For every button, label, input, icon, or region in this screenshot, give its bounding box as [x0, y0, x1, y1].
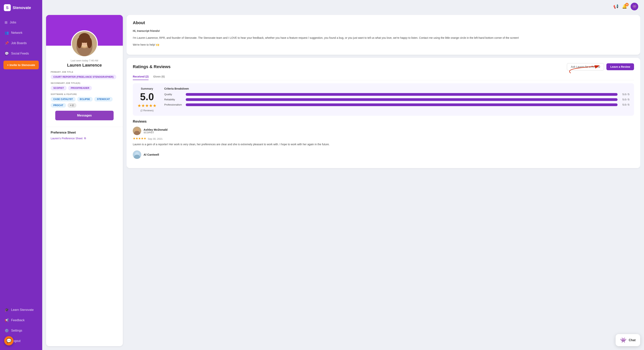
secondary-job-tag-0: SCOPIST: [51, 86, 66, 90]
sidebar-item-settings[interactable]: ⚙️ Settings: [0, 326, 42, 336]
summary-left: Summary 5.0 ★★★★★ (2 Reviews): [138, 87, 156, 112]
ratings-actions: Ask Lauren for a Review Leave a Review: [567, 63, 634, 70]
messages-button[interactable]: Messages: [55, 111, 114, 120]
sidebar-item-label: Settings: [11, 329, 22, 332]
ratings-header: Ratings & Reviews Ask Lauren for a Revie…: [133, 63, 634, 70]
sidebar-item-feedback[interactable]: 📢 Feedback: [0, 315, 42, 326]
right-panel: About Hi, transcript friends! I'm Lauren…: [127, 15, 640, 346]
reviews-title: Reviews: [133, 120, 634, 124]
sidebar-item-jobs[interactable]: ⊞ Jobs: [0, 17, 42, 28]
software-label: SOFTWARE & FEATURE: [51, 93, 118, 95]
primary-job-tags: COURT REPORTER (FREELANCE STENOGRAPHER): [51, 75, 118, 79]
criteria-name-professionalism: Professionalism: [164, 103, 184, 106]
review-count: (2 Reviews): [138, 109, 156, 112]
invite-button[interactable]: + Invite to Stenovate: [4, 61, 39, 69]
megaphone-icon[interactable]: 📢: [613, 4, 618, 9]
preference-title: Preference Sheet: [51, 131, 118, 134]
notifications-icon[interactable]: 🔔 32: [622, 4, 627, 9]
tab-given[interactable]: Given (6): [153, 74, 165, 80]
criteria-score-quality: 5.0 / 5: [620, 93, 630, 96]
preference-link[interactable]: Lauren's Preference Sheet ⧉: [51, 136, 118, 140]
primary-job-tag: COURT REPORTER (FREELANCE STENOGRAPHER): [51, 75, 116, 79]
profile-name: Lauren Lawrence: [51, 63, 118, 68]
profile-banner: [46, 15, 123, 46]
tabs-row: Received (2) Given (6): [133, 74, 634, 80]
profile-avatar: [71, 30, 98, 57]
header: 📢 🔔 32 👾: [42, 0, 644, 13]
secondary-job-tag-1: PROOFREADER: [68, 86, 92, 90]
sidebar-item-learn[interactable]: 🎓 Learn Stenovate: [0, 305, 42, 315]
ask-review-button[interactable]: Ask Lauren for a Review: [567, 63, 604, 70]
reviewer-role-0: SCOPIST: [144, 131, 168, 134]
criteria-bar-wrap-quality: [186, 93, 618, 96]
software-tag-3: PROCAT: [51, 103, 66, 108]
learn-icon: 🎓: [4, 308, 9, 312]
sidebar-logo: S Stenovate: [0, 0, 42, 15]
software-tags: CASE CATALYST ECLIPSE STENOCAT PROCAT + …: [51, 97, 118, 108]
secondary-job-tags: SCOPIST PROOFREADER: [51, 86, 118, 90]
software-tag-2: STENOCAT: [94, 97, 113, 102]
sidebar-item-network[interactable]: 👥 Network: [0, 28, 42, 38]
about-paragraph3: We're here to help! 🙌: [133, 42, 634, 47]
about-card: About Hi, transcript friends! I'm Lauren…: [127, 15, 640, 55]
about-text: Hi, transcript friends! I'm Lauren Lawre…: [133, 29, 634, 47]
review-item-1: Al Cantwell: [133, 150, 634, 159]
leave-review-button[interactable]: Leave a Review: [606, 63, 634, 70]
criteria-row-quality: Quality 5.0 / 5: [164, 93, 630, 96]
sidebar-item-label: Social Feeds: [11, 52, 29, 55]
summary-stars: ★★★★★: [138, 103, 156, 108]
software-tag-1: ECLIPSE: [77, 97, 93, 102]
svg-point-6: [87, 38, 92, 48]
criteria-row-reliability: Reliability 5.0 / 5: [164, 98, 630, 101]
copy-icon: ⧉: [84, 136, 86, 140]
about-title: About: [133, 20, 634, 25]
chat-fab[interactable]: 💬: [4, 336, 14, 346]
review-text-0: Lauren is a gem of a reporter! Her work …: [133, 142, 634, 146]
reviewer-row-0: Ashley McDonald SCOPIST: [133, 127, 634, 135]
reviewer-info-1: Al Cantwell: [144, 153, 159, 156]
criteria-score-reliability: 5.0 / 5: [620, 98, 630, 101]
review-item-0: Ashley McDonald SCOPIST ★★★★★ Sep 30, 20…: [133, 127, 634, 146]
reviewer-info-0: Ashley McDonald SCOPIST: [144, 128, 168, 134]
software-tag-plus: + 2: [68, 103, 76, 108]
reviewer-name-0: Ashley McDonald: [144, 128, 168, 131]
nav-items: ⊞ Jobs 👥 Network 📌 Job Boards 💬 Social F…: [0, 15, 42, 303]
sidebar: S Stenovate ⊞ Jobs 👥 Network 📌 Job Board…: [0, 0, 42, 350]
chat-bubble[interactable]: 👾 Chat: [616, 334, 640, 346]
job-boards-icon: 📌: [4, 41, 9, 45]
review-stars-0: ★★★★★: [133, 136, 146, 140]
preference-section: Preference Sheet Lauren's Preference She…: [46, 127, 123, 144]
criteria-row-professionalism: Professionalism 5.0 / 5: [164, 103, 630, 106]
notification-badge: 32: [625, 3, 629, 6]
sidebar-item-job-boards[interactable]: 📌 Job Boards: [0, 38, 42, 48]
criteria-title: Criteria Breakdown: [164, 87, 630, 90]
secondary-job-label: SECONDARY JOB TITLE(S): [51, 82, 118, 84]
criteria-bar-quality: [186, 93, 618, 96]
tab-received[interactable]: Received (2): [133, 74, 148, 80]
sidebar-item-label: Job Boards: [11, 42, 27, 45]
about-paragraph2: I'm Lauren Lawrence, RPR, and founder of…: [133, 36, 634, 40]
criteria-name-quality: Quality: [164, 93, 184, 96]
criteria-bar-professionalism: [186, 104, 618, 106]
sidebar-item-label: Jobs: [10, 21, 16, 24]
logo-box: S: [4, 4, 11, 11]
summary-score: 5.0: [138, 92, 156, 102]
criteria-score-professionalism: 5.0 / 5: [620, 103, 630, 106]
reviewer-row-1: Al Cantwell: [133, 150, 634, 159]
invite-label: + Invite to Stenovate: [7, 63, 35, 66]
chat-label: Chat: [629, 338, 636, 342]
primary-job-label: PRIMARY JOB TITLE: [51, 71, 118, 73]
main: 📢 🔔 32 👾: [42, 0, 644, 350]
sidebar-item-social-feeds[interactable]: 💬 Social Feeds: [0, 48, 42, 59]
settings-icon: ⚙️: [4, 328, 9, 333]
social-feeds-icon: 💬: [4, 52, 9, 56]
about-paragraph1: Hi, transcript friends!: [133, 29, 160, 32]
jobs-icon: ⊞: [4, 20, 8, 24]
svg-point-7: [82, 42, 87, 46]
feedback-icon: 📢: [4, 318, 9, 322]
summary-box: Summary 5.0 ★★★★★ (2 Reviews) Criteria B…: [133, 83, 634, 116]
last-seen: Last seen today 7:46 AM: [51, 59, 118, 62]
user-avatar-header[interactable]: 👾: [630, 3, 638, 10]
ratings-card: Ratings & Reviews Ask Lauren for a Revie…: [127, 58, 640, 168]
reviewer-avatar-0: [133, 127, 141, 135]
